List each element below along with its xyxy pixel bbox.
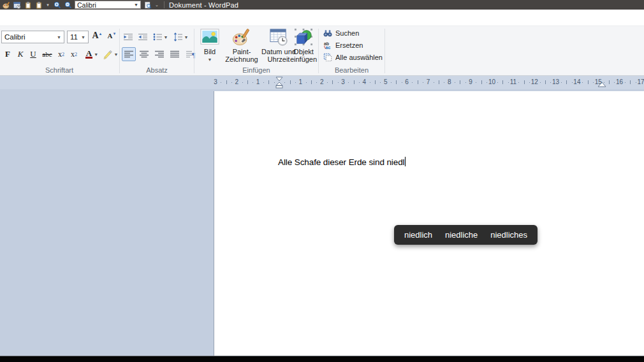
strikethrough-button[interactable]: abc xyxy=(40,48,55,61)
text-suggestions-popup: niedlich niedliche niedliches xyxy=(394,225,538,245)
shrink-font-button[interactable]: A▼ xyxy=(106,31,118,43)
ruler-dot xyxy=(284,82,285,83)
group-label-einfuegen: Einfügen xyxy=(195,66,318,74)
paint-drawing-button[interactable]: Paint- Zeichnung xyxy=(223,28,260,63)
document-page[interactable]: Alle Schafe dieser Erde sind niedl xyxy=(214,91,644,356)
underline-button[interactable]: U xyxy=(27,48,40,61)
font-name-value: Calibri xyxy=(4,33,26,41)
quick-paint-drawing-button[interactable] xyxy=(2,1,10,9)
quick-paste-button[interactable] xyxy=(24,1,32,9)
titlebar-separator xyxy=(164,1,165,8)
find-button[interactable]: Suchen xyxy=(323,29,359,38)
ruler-dot xyxy=(487,82,487,83)
increase-indent-button[interactable] xyxy=(136,31,149,43)
group-label-bearbeiten: Bearbeiten xyxy=(319,66,384,74)
window-title: Dokument - WordPad xyxy=(169,1,238,9)
line-spacing-button[interactable]: ▼ xyxy=(171,31,190,43)
zoom-in-icon xyxy=(54,1,61,9)
ruler-dot xyxy=(412,82,413,83)
quick-datetime-button[interactable] xyxy=(13,1,21,9)
arrow-up-icon: ▲ xyxy=(99,32,103,36)
group-einfuegen: Bild ▼ Paint- Zeichnung xyxy=(195,26,318,75)
quick-print-preview-button[interactable] xyxy=(143,1,152,9)
ruler-tick xyxy=(609,80,610,84)
bold-button[interactable]: F xyxy=(1,48,14,61)
insert-picture-label: Bild xyxy=(204,48,216,55)
line-spacing-icon xyxy=(173,32,183,42)
calendar-clock-icon xyxy=(13,1,21,9)
ruler[interactable]: 3211234567891011121314151617 xyxy=(0,76,644,89)
left-indent-marker[interactable] xyxy=(275,76,284,89)
group-separator xyxy=(119,29,120,73)
insert-object-button[interactable]: Objekt einfügen xyxy=(289,28,318,63)
suggestion-item[interactable]: niedliche xyxy=(443,229,480,241)
customize-qat-chevron-icon[interactable]: ⌄ xyxy=(154,3,159,7)
picture-icon xyxy=(200,28,219,46)
ruler-dot xyxy=(444,82,444,83)
align-right-button[interactable] xyxy=(152,47,166,61)
ruler-number: 12 xyxy=(531,78,538,85)
clipboard-icon xyxy=(35,1,43,9)
highlight-button[interactable]: ▼ xyxy=(101,48,120,61)
ruler-dot xyxy=(231,82,232,83)
paint-drawing-label-line2: Zeichnung xyxy=(225,55,258,63)
chevron-down-icon: ▼ xyxy=(94,52,98,57)
font-size-select[interactable]: 11 ▼ xyxy=(67,31,89,43)
ruler-dot xyxy=(614,82,615,83)
quick-paste-special-button[interactable] xyxy=(34,1,43,9)
justify-button[interactable] xyxy=(168,47,182,61)
align-left-icon xyxy=(124,49,134,59)
calendar-clock-icon xyxy=(269,28,288,46)
ruler-dot xyxy=(221,82,221,83)
suggestion-item[interactable]: niedliches xyxy=(488,229,530,241)
subscript-button[interactable]: x2 xyxy=(55,48,68,61)
justify-icon xyxy=(170,49,180,59)
align-center-icon xyxy=(139,49,149,59)
font-color-button[interactable]: A ▼ xyxy=(83,48,101,61)
ruler-number: 13 xyxy=(552,78,559,85)
bullets-button[interactable]: ▼ xyxy=(151,31,169,43)
ruler-dot xyxy=(402,82,402,83)
align-center-button[interactable] xyxy=(137,47,151,61)
group-schriftart: Calibri ▼ 11 ▼ A▲ A▼ F K U abc xyxy=(0,26,119,75)
group-separator xyxy=(318,29,319,73)
document-area[interactable]: Alle Schafe dieser Erde sind niedl niedl… xyxy=(0,89,644,356)
ruler-number: 15 xyxy=(595,78,602,85)
titlebar-font-combo-value: Calibri xyxy=(77,1,96,9)
titlebar-font-combo[interactable]: Calibri ▼ xyxy=(75,1,141,9)
ruler-tick xyxy=(226,80,227,84)
italic-button[interactable]: K xyxy=(14,48,27,61)
quick-zoom-out-button[interactable] xyxy=(64,1,72,9)
document-text-line[interactable]: Alle Schafe dieser Erde sind niedl xyxy=(278,157,406,167)
align-left-button[interactable] xyxy=(122,47,136,61)
quick-zoom-in-button[interactable] xyxy=(53,1,61,9)
group-label-schriftart: Schriftart xyxy=(0,66,119,74)
replace-button[interactable]: ab ac Ersetzen xyxy=(323,41,363,50)
insert-picture-button[interactable]: Bild ▼ xyxy=(198,28,222,64)
group-bearbeiten: Suchen ab ac Ersetzen Alle auswählen Bea… xyxy=(319,26,384,75)
ruler-number: 9 xyxy=(469,78,472,85)
font-name-select[interactable]: Calibri ▼ xyxy=(1,31,64,43)
group-absatz: ▼ ▼ xyxy=(121,26,193,75)
decrease-indent-button[interactable] xyxy=(122,31,135,43)
insert-object-label-line1: Objekt xyxy=(293,48,314,55)
grow-font-button[interactable]: A▲ xyxy=(91,31,103,43)
replace-label: Ersetzen xyxy=(335,41,363,49)
select-all-button[interactable]: Alle auswählen xyxy=(323,53,383,62)
ruler-dot xyxy=(242,82,243,83)
ruler-dot xyxy=(327,82,328,83)
ruler-number: 1 xyxy=(299,78,303,85)
increase-indent-icon xyxy=(138,32,148,42)
ruler-tick xyxy=(247,80,248,84)
align-right-icon xyxy=(154,49,165,59)
clipboard-icon xyxy=(24,1,32,9)
paste-dropdown-arrow-icon[interactable]: ▾ xyxy=(45,3,50,7)
binoculars-icon xyxy=(323,29,332,38)
date-time-label-line2: Uhrzeit xyxy=(268,55,290,63)
suggestion-item[interactable]: niedlich xyxy=(402,229,435,241)
ruler-number: 6 xyxy=(405,78,409,85)
chevron-down-icon: ▼ xyxy=(57,35,61,40)
superscript-button[interactable]: x2 xyxy=(68,48,80,61)
ruler-dot xyxy=(263,82,264,83)
chevron-down-icon: ▼ xyxy=(184,35,189,40)
